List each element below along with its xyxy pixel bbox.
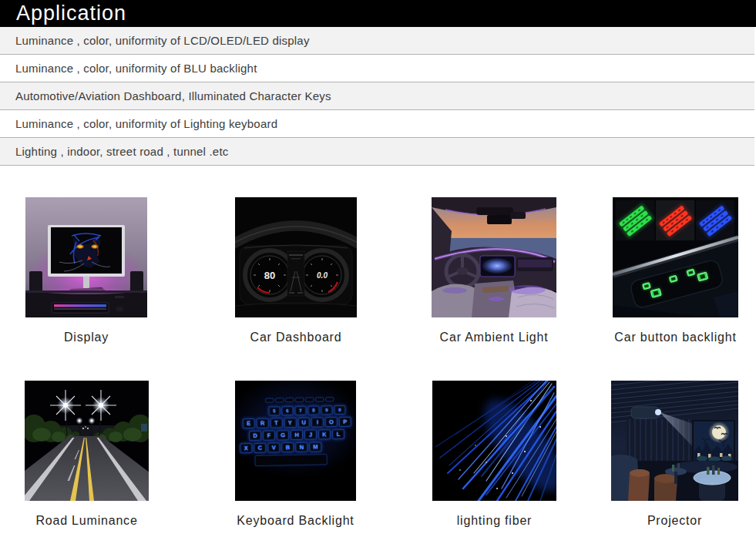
keyboard-home-row: DFGHJKL bbox=[248, 429, 352, 441]
keyboard-key: G bbox=[277, 430, 289, 440]
car-ambient-light-image bbox=[432, 197, 556, 317]
caption-car-button-backlight: Car button backlight bbox=[613, 331, 738, 344]
keyboard-key: V bbox=[267, 442, 280, 452]
keyboard-backlight-image: 567890 ERTYUIOP DFGHJKL XCVBNM bbox=[235, 381, 356, 501]
gallery-cell-keyboard-backlight: 567890 ERTYUIOP DFGHJKL XCVBNM Keyboard … bbox=[235, 381, 356, 528]
display-photo bbox=[25, 197, 147, 317]
keyboard-key: E bbox=[243, 418, 255, 428]
gallery-cell-car-button-backlight: Car button backlight bbox=[613, 197, 738, 344]
caption-display: Display bbox=[25, 331, 147, 344]
keyboard-key: 0 bbox=[334, 405, 345, 415]
lighting-fiber-image bbox=[432, 381, 556, 501]
car-ambient-light-photo bbox=[432, 197, 556, 317]
projector-image bbox=[611, 381, 738, 501]
keyboard-key: K bbox=[318, 429, 331, 439]
application-list-item: Automotive/Aviation Dashboard, Illuminat… bbox=[0, 82, 754, 110]
keyboard-top-row: ERTYUIOP bbox=[242, 417, 352, 428]
keyboard-key: U bbox=[297, 418, 310, 428]
car-dashboard-photo: 80 0.0 bbox=[235, 197, 357, 317]
application-list-item: Luminance , color, uniformity of Lightin… bbox=[0, 110, 754, 138]
keyboard-key: 8 bbox=[307, 405, 319, 415]
keyboard-key: D bbox=[249, 431, 261, 441]
header-bar: Application bbox=[0, 0, 756, 27]
keyboard-key: 5 bbox=[268, 406, 280, 415]
keyboard-key: N bbox=[295, 442, 307, 452]
gallery-cell-projector: Projector bbox=[611, 381, 738, 528]
speed-readout: 80 bbox=[264, 270, 275, 281]
keyboard-key: C bbox=[254, 443, 266, 453]
keyboard-key: R bbox=[257, 418, 269, 428]
keyboard-key: X bbox=[240, 443, 252, 453]
projector-photo bbox=[611, 381, 738, 501]
road-luminance-photo bbox=[25, 381, 149, 501]
keyboard-key: B bbox=[281, 442, 294, 452]
road-luminance-image bbox=[25, 381, 149, 501]
keyboard-key: 9 bbox=[321, 405, 332, 415]
gallery-cell-road-luminance: Road Luminance bbox=[25, 381, 149, 528]
application-list-item: Luminance , color, uniformity of LCD/OLE… bbox=[0, 27, 754, 55]
application-list-item: Luminance , color, uniformity of BLU bac… bbox=[0, 55, 754, 82]
display-image bbox=[25, 197, 147, 317]
keyboard-key: H bbox=[291, 430, 303, 440]
caption-keyboard-backlight: Keyboard Backlight bbox=[235, 514, 356, 528]
application-list: Luminance , color, uniformity of LCD/OLE… bbox=[0, 27, 754, 166]
page: Application Luminance , color, uniformit… bbox=[0, 0, 756, 554]
keyboard-key: Y bbox=[284, 418, 296, 428]
caption-car-dashboard: Car Dashboard bbox=[235, 331, 357, 344]
page-title: Application bbox=[0, 2, 126, 25]
keyboard-spacebar bbox=[255, 454, 328, 466]
car-dashboard-image: 80 0.0 bbox=[235, 197, 357, 317]
keyboard-backlight-photo: 567890 ERTYUIOP DFGHJKL XCVBNM bbox=[235, 381, 356, 501]
keyboard-key: M bbox=[309, 442, 321, 452]
gallery-cell-car-ambient-light: Car Ambient Light bbox=[432, 197, 556, 344]
caption-projector: Projector bbox=[611, 514, 738, 528]
car-button-backlight-photo bbox=[613, 197, 738, 317]
keyboard-key: P bbox=[339, 417, 351, 427]
caption-car-ambient-light: Car Ambient Light bbox=[432, 331, 556, 344]
lighting-fiber-photo bbox=[432, 381, 556, 501]
keyboard-key: L bbox=[332, 429, 344, 439]
keyboard-key: F bbox=[263, 430, 275, 440]
gallery-cell-lighting-fiber: lighting fiber bbox=[432, 381, 556, 528]
keyboard-key: 7 bbox=[294, 406, 306, 415]
keyboard-key: 6 bbox=[281, 406, 293, 415]
caption-road-luminance: Road Luminance bbox=[25, 514, 149, 528]
caption-lighting-fiber: lighting fiber bbox=[432, 514, 556, 528]
gallery-cell-display: Display bbox=[25, 197, 147, 344]
keyboard-key: J bbox=[304, 430, 317, 440]
keyboard-key: T bbox=[270, 418, 282, 428]
keyboard-number-row: 567890 bbox=[267, 405, 351, 416]
keyboard-key: I bbox=[311, 417, 324, 427]
gallery-cell-car-dashboard: 80 0.0 Car Dashboard bbox=[235, 197, 357, 344]
car-button-backlight-image bbox=[613, 197, 738, 317]
keyboard-key: O bbox=[325, 417, 338, 427]
application-list-item: Lighting , indoor, street road , tunnel … bbox=[0, 138, 754, 166]
secondary-readout: 0.0 bbox=[317, 271, 328, 280]
keyboard-bottom-row: XCVBNM bbox=[239, 442, 352, 454]
